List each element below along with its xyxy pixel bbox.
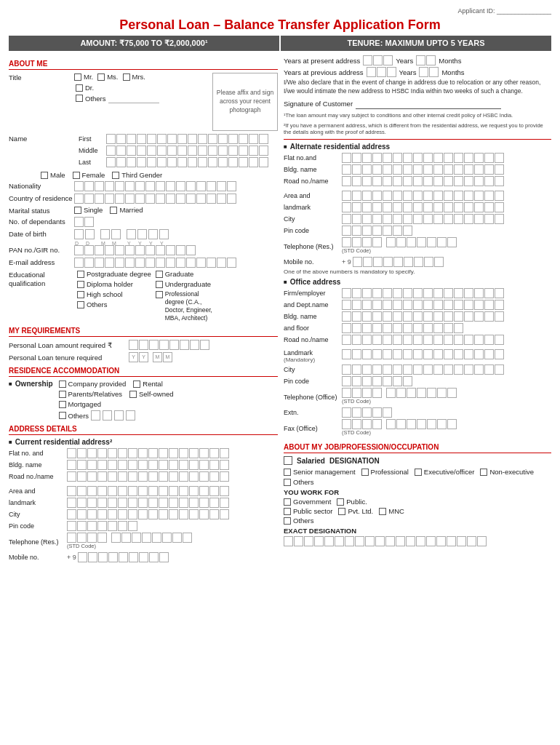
edu-graduate[interactable]: Graduate [156,270,212,278]
months-prev-cells[interactable] [419,67,439,77]
landmark-cells[interactable] [67,498,229,508]
title-dr[interactable]: Dr. [76,84,159,92]
male-checkbox[interactable] [41,172,48,179]
flat-label: Flat no. and [9,450,67,457]
work-pvtltd[interactable]: Pvt. Ltd. [338,507,373,515]
desig-professional[interactable]: Professional [361,468,409,476]
years-prev-cells[interactable] [367,67,396,77]
edu-others[interactable]: Others [77,300,151,308]
title-mrs[interactable]: Mrs. [123,73,145,81]
rental[interactable]: Rental [133,380,162,388]
desig-nonexec[interactable]: Non-executive [480,468,534,476]
gender-female[interactable]: Female [73,171,105,179]
tel-cells[interactable] [67,533,192,543]
edu-professional[interactable]: Professionaldegree (C.A.,Doctor, Enginee… [156,290,212,322]
mortgaged[interactable]: Mortgaged [59,400,101,408]
months-present-cells[interactable] [416,55,436,65]
alt-flat-cells[interactable] [342,153,504,163]
others-title-field[interactable] [108,93,159,103]
dependants-cells[interactable] [74,217,94,227]
gender-third[interactable]: Third Gender [112,171,162,179]
floor-cells[interactable] [342,323,463,333]
marital-single[interactable]: Single [74,206,103,214]
others-title-checkbox[interactable] [76,95,83,102]
alt-flat-label: Flat no.and [284,154,342,162]
alt-city-cells[interactable] [342,214,504,224]
country-cells[interactable] [74,194,236,204]
company-provided[interactable]: Company provided [59,380,127,388]
desig-others[interactable]: Others [284,478,314,486]
alt-mobile-cells[interactable] [353,257,444,267]
bldg-cells[interactable] [67,460,229,470]
parents-relatives[interactable]: Parents/Relatives [59,390,122,398]
work-public-sector[interactable]: Public sector [284,507,332,515]
gender-male[interactable]: Male [41,171,65,179]
designation-label: DESIGNATION [329,457,380,465]
edu-diploma[interactable]: Diploma holder [77,280,151,288]
pin-cells[interactable] [67,521,137,531]
you-work-label: YOU WORK FOR [284,488,551,496]
title-others[interactable]: Others [76,93,159,103]
title-ms[interactable]: Ms. [97,73,118,81]
exact-desig-cells[interactable] [284,536,551,546]
female-checkbox[interactable] [73,172,80,179]
marital-married[interactable]: Married [110,206,143,214]
pin-label: Pin code [9,522,67,530]
city-cells[interactable] [67,509,229,519]
area-label: Area and [9,487,67,495]
salaried-checkbox[interactable] [284,456,292,465]
city-office-cells[interactable] [342,364,504,375]
single-checkbox[interactable] [74,207,81,214]
work-mnc[interactable]: MNC [379,507,404,515]
area-cells[interactable] [67,486,229,496]
name-last-cells[interactable] [106,157,268,167]
dr-checkbox[interactable] [76,84,83,92]
mobile-cells[interactable] [78,552,169,562]
desig-senior[interactable]: Senior management [284,468,356,476]
fax-cells[interactable] [342,419,457,429]
dob-cells[interactable]: D D M M Y [74,229,169,239]
name-first-cells[interactable] [106,134,268,144]
road-cells[interactable] [67,471,229,482]
road-office-cells[interactable] [342,335,504,345]
alt-area-cells[interactable] [342,191,504,201]
pin-office-cells[interactable] [342,376,412,386]
firm-cells[interactable] [342,288,504,298]
self-owned[interactable]: Self-owned [129,390,174,398]
alt-landmark-cells[interactable] [342,202,504,212]
edu-undergrad[interactable]: Undergraduate [156,280,212,288]
work-public[interactable]: Public. [337,498,367,506]
work-government[interactable]: Government [284,498,331,506]
others-residence[interactable]: Others [59,410,136,421]
alt-tel-cells[interactable] [342,237,457,247]
alt-road-cells[interactable] [342,176,504,186]
landmark-office-cells[interactable] [342,349,504,359]
alt-bldg-cells[interactable] [342,164,504,175]
third-checkbox[interactable] [112,172,119,179]
ms-checkbox[interactable] [97,73,105,81]
landmark-label: landmark [9,499,67,506]
extn-cells[interactable] [342,407,392,418]
married-checkbox[interactable] [110,207,117,214]
dept-cells[interactable] [342,300,504,310]
edu-postgrad[interactable]: Postgraduate degree [77,270,151,278]
email-cells[interactable] [74,258,236,268]
signature-line[interactable] [356,99,501,109]
mr-checkbox[interactable] [74,73,81,81]
edu-highschool[interactable]: High school [77,290,151,298]
loan-amount-cells[interactable] [129,340,209,350]
alt-pin-cells[interactable] [342,226,412,236]
tenure-cells[interactable]: Y Y M M [129,352,172,362]
exact-desig-label: EXACT DESIGNATION [284,527,551,535]
work-others[interactable]: Others [284,517,314,525]
tel-office-cells[interactable] [342,388,457,398]
title-mr[interactable]: Mr. [74,73,93,81]
mrs-checkbox[interactable] [123,73,130,81]
name-middle-cells[interactable] [106,146,268,156]
flat-cells[interactable] [67,448,229,458]
pan-cells[interactable] [74,245,196,255]
bldg-floor-cells[interactable] [342,311,504,322]
desig-executive[interactable]: Executive/officer [415,468,475,476]
nationality-cells[interactable] [74,181,236,191]
years-present-cells[interactable] [363,55,393,65]
